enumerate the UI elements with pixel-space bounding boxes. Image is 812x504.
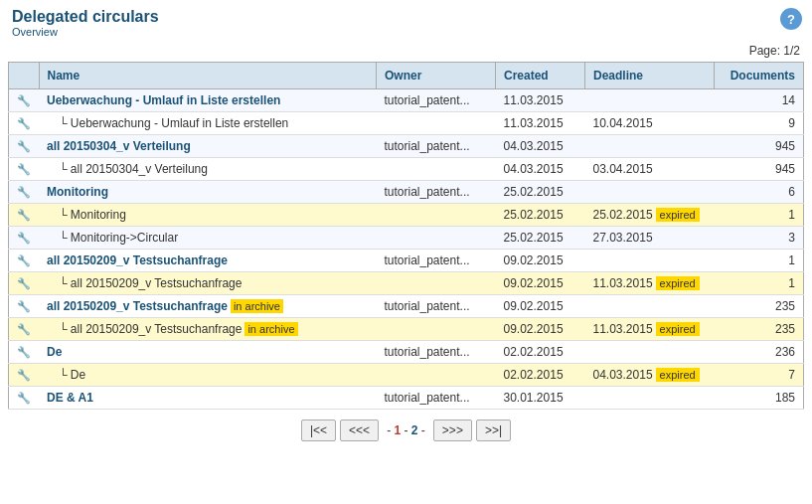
row-name[interactable]: De <box>47 345 62 359</box>
created-cell: 02.02.2015 <box>496 364 585 387</box>
name-cell: all 20150209_v Testsuchanfragein archive <box>39 295 377 318</box>
owner-cell: tutorial_patent... <box>377 89 496 112</box>
deadline-cell: 27.03.2015 <box>585 227 715 250</box>
row-name[interactable]: └ Monitoring->Circular <box>47 231 178 245</box>
owner-cell: tutorial_patent... <box>377 341 496 364</box>
row-name[interactable]: └ De <box>47 368 85 382</box>
wrench-icon[interactable]: 🔧 <box>17 369 31 381</box>
archive-badge: in archive <box>244 322 297 336</box>
wrench-icon[interactable]: 🔧 <box>17 117 31 129</box>
documents-cell: 945 <box>715 135 804 158</box>
wrench-cell: 🔧 <box>9 227 40 250</box>
documents-cell: 3 <box>715 227 804 250</box>
prev-page-button[interactable]: <<< <box>340 420 379 441</box>
created-cell: 25.02.2015 <box>496 204 585 227</box>
wrench-icon[interactable]: 🔧 <box>17 346 31 358</box>
wrench-icon[interactable]: 🔧 <box>17 186 31 198</box>
created-cell: 04.03.2015 <box>496 135 585 158</box>
table-row: 🔧all 20150209_v Testsuchanfragein archiv… <box>9 295 804 318</box>
page-1-link[interactable]: 1 <box>394 423 401 437</box>
table-header-row: Name Owner Created Deadline Documents <box>9 63 804 89</box>
col-deadline: Deadline <box>585 63 715 89</box>
deadline-cell: 11.03.2015expired <box>585 272 715 295</box>
row-name[interactable]: Monitoring <box>47 185 108 199</box>
table-row: 🔧all 20150209_v Testsuchanfragetutorial_… <box>9 250 804 272</box>
documents-cell: 1 <box>715 272 804 295</box>
wrench-icon[interactable]: 🔧 <box>17 232 31 244</box>
name-cell: └ Ueberwachung - Umlauf in Liste erstell… <box>39 112 377 135</box>
row-name[interactable]: all 20150304_v Verteilung <box>47 139 191 153</box>
circulars-table: Name Owner Created Deadline Documents 🔧U… <box>8 62 804 410</box>
table-row: 🔧Ueberwachung - Umlauf in Liste erstelle… <box>9 89 804 112</box>
row-name[interactable]: Ueberwachung - Umlauf in Liste erstellen <box>47 93 280 107</box>
deadline-cell <box>585 341 715 364</box>
name-cell: De <box>39 341 377 364</box>
owner-cell <box>377 112 496 135</box>
wrench-icon[interactable]: 🔧 <box>17 209 31 221</box>
documents-cell: 6 <box>715 181 804 204</box>
row-name[interactable]: all 20150209_v Testsuchanfrage <box>47 299 228 313</box>
created-cell: 25.02.2015 <box>496 181 585 204</box>
page-2-link[interactable]: 2 <box>411 423 418 437</box>
documents-cell: 9 <box>715 112 804 135</box>
wrench-icon[interactable]: 🔧 <box>17 277 31 289</box>
created-cell: 02.02.2015 <box>496 341 585 364</box>
table-row: 🔧└ all 20150304_v Verteilung04.03.201503… <box>9 158 804 181</box>
page-subtitle: Overview <box>12 26 800 38</box>
wrench-icon[interactable]: 🔧 <box>17 300 31 312</box>
help-icon[interactable]: ? <box>780 8 802 30</box>
row-name[interactable]: └ Monitoring <box>47 208 126 222</box>
wrench-icon[interactable]: 🔧 <box>17 140 31 152</box>
next-page-button[interactable]: >>> <box>433 420 472 441</box>
created-cell: 09.02.2015 <box>496 295 585 318</box>
wrench-cell: 🔧 <box>9 341 40 364</box>
row-name[interactable]: └ all 20150209_v Testsuchanfrage <box>47 276 242 290</box>
name-cell: Monitoring <box>39 181 377 204</box>
owner-cell <box>377 318 496 341</box>
wrench-cell: 🔧 <box>9 204 40 227</box>
owner-cell: tutorial_patent... <box>377 250 496 272</box>
archive-badge: in archive <box>231 299 283 313</box>
deadline-cell <box>585 387 715 410</box>
page-title: Delegated circulars <box>12 8 800 26</box>
created-cell: 30.01.2015 <box>496 387 585 410</box>
page-header: Delegated circulars Overview ? <box>0 0 812 42</box>
documents-cell: 235 <box>715 318 804 341</box>
table-row: 🔧└ all 20150209_v Testsuchanfrage09.02.2… <box>9 272 804 295</box>
row-name[interactable]: └ Ueberwachung - Umlauf in Liste erstell… <box>47 116 288 130</box>
name-cell: Ueberwachung - Umlauf in Liste erstellen <box>39 89 377 112</box>
page-info: Page: 1/2 <box>0 42 812 62</box>
documents-cell: 14 <box>715 89 804 112</box>
first-page-button[interactable]: |<< <box>301 420 336 441</box>
table-row: 🔧└ all 20150209_v Testsuchanfragein arch… <box>9 318 804 341</box>
wrench-icon[interactable]: 🔧 <box>17 254 31 266</box>
deadline-cell <box>585 250 715 272</box>
pagination-bar: |<< <<< - 1 - 2 - >>> >>| <box>0 410 812 449</box>
created-cell: 09.02.2015 <box>496 250 585 272</box>
row-name[interactable]: all 20150209_v Testsuchanfrage <box>47 253 228 267</box>
wrench-icon[interactable]: 🔧 <box>17 163 31 175</box>
last-page-button[interactable]: >>| <box>476 420 511 441</box>
table-row: 🔧Detutorial_patent...02.02.2015236 <box>9 341 804 364</box>
created-cell: 11.03.2015 <box>496 112 585 135</box>
name-cell: └ all 20150209_v Testsuchanfrage <box>39 272 377 295</box>
wrench-cell: 🔧 <box>9 158 40 181</box>
created-cell: 09.02.2015 <box>496 318 585 341</box>
row-name[interactable]: └ all 20150209_v Testsuchanfrage <box>47 322 242 336</box>
wrench-cell: 🔧 <box>9 364 40 387</box>
wrench-icon[interactable]: 🔧 <box>17 323 31 335</box>
deadline-cell: 03.04.2015 <box>585 158 715 181</box>
owner-cell: tutorial_patent... <box>377 135 496 158</box>
wrench-icon[interactable]: 🔧 <box>17 392 31 404</box>
deadline-cell <box>585 181 715 204</box>
row-name[interactable]: └ all 20150304_v Verteilung <box>47 162 208 176</box>
deadline-cell <box>585 295 715 318</box>
documents-cell: 235 <box>715 295 804 318</box>
row-name[interactable]: DE & A1 <box>47 391 93 405</box>
created-cell: 09.02.2015 <box>496 272 585 295</box>
deadline-cell <box>585 89 715 112</box>
table-row: 🔧all 20150304_v Verteilungtutorial_paten… <box>9 135 804 158</box>
name-cell: └ Monitoring <box>39 204 377 227</box>
wrench-icon[interactable]: 🔧 <box>17 94 31 106</box>
documents-cell: 236 <box>715 341 804 364</box>
